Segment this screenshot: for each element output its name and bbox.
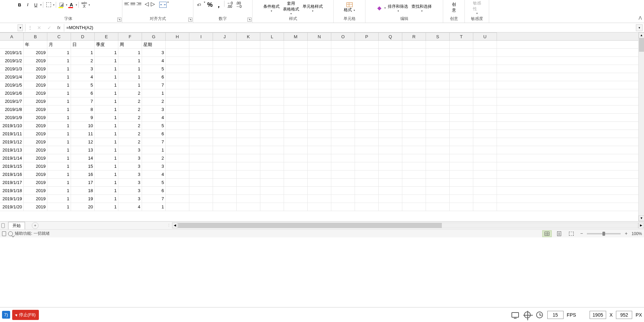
cell[interactable]: 2019 (24, 195, 47, 203)
cell[interactable] (189, 89, 213, 97)
cell[interactable]: 1 (95, 187, 118, 194)
cell[interactable] (426, 195, 450, 203)
cell[interactable]: 3 (71, 65, 95, 73)
cell[interactable] (260, 146, 284, 154)
cell[interactable] (355, 106, 379, 113)
cell[interactable] (213, 89, 237, 97)
cell[interactable] (213, 73, 237, 81)
column-header-N[interactable]: N (308, 32, 331, 40)
cell[interactable] (379, 187, 402, 194)
cell[interactable] (260, 130, 284, 138)
cell[interactable]: 4 (71, 73, 95, 81)
cell[interactable] (213, 154, 237, 162)
cell[interactable]: 2019 (24, 203, 47, 211)
cell[interactable] (402, 122, 426, 130)
cell[interactable]: 14 (71, 154, 95, 162)
hscroll-grip-icon[interactable]: ⋮ (167, 223, 171, 228)
cell[interactable]: 6 (142, 130, 166, 138)
cell[interactable]: 2 (118, 130, 142, 138)
cell[interactable] (473, 89, 497, 97)
cell[interactable] (260, 114, 284, 121)
sheet-tab-active[interactable]: 开始 (8, 222, 25, 229)
cell[interactable]: 2019 (24, 130, 47, 138)
column-header-I[interactable]: I (189, 32, 213, 40)
cell[interactable] (284, 97, 308, 105)
cell[interactable] (331, 122, 355, 130)
cell[interactable]: 2019 (24, 179, 47, 186)
cell[interactable] (189, 97, 213, 105)
cell[interactable]: 7 (142, 195, 166, 203)
cell[interactable]: 2019/1/4 (0, 73, 24, 81)
cell[interactable]: 7 (71, 97, 95, 105)
accounting-format-button[interactable]: 🏷 (195, 1, 203, 9)
cell[interactable] (237, 97, 260, 105)
cell[interactable] (331, 81, 355, 89)
cell[interactable] (284, 49, 308, 56)
comma-button[interactable]: ， (215, 1, 223, 9)
cell[interactable] (355, 57, 379, 65)
cell[interactable] (379, 114, 402, 121)
add-sheet-button[interactable]: + (32, 222, 39, 229)
cell[interactable] (355, 73, 379, 81)
cell[interactable]: 3 (118, 179, 142, 186)
cell[interactable] (284, 162, 308, 170)
cell[interactable]: 1 (95, 130, 118, 138)
fx-label[interactable]: fx (54, 25, 63, 30)
cell[interactable]: 1 (47, 203, 71, 211)
cell[interactable]: 4 (142, 170, 166, 178)
cell[interactable] (426, 187, 450, 194)
cell[interactable] (284, 73, 308, 81)
merge-cells-button[interactable] (159, 1, 167, 9)
cell[interactable]: 1 (95, 146, 118, 154)
cell[interactable] (189, 49, 213, 56)
cell[interactable] (213, 138, 237, 146)
cell[interactable] (450, 154, 473, 162)
font-color-dropdown-icon[interactable]: ▾ (76, 3, 77, 6)
cell[interactable] (331, 154, 355, 162)
cell[interactable] (355, 203, 379, 211)
record-f7-button[interactable]: 7) (2, 311, 10, 319)
cell[interactable] (331, 41, 355, 48)
cell[interactable]: 1 (142, 146, 166, 154)
cell[interactable] (402, 57, 426, 65)
cell[interactable] (450, 49, 473, 56)
cell[interactable]: 7 (142, 81, 166, 89)
cell[interactable] (260, 162, 284, 170)
cell[interactable]: 2019 (24, 97, 47, 105)
cell[interactable] (402, 97, 426, 105)
cell[interactable] (450, 203, 473, 211)
cell[interactable] (473, 179, 497, 186)
cell[interactable] (473, 81, 497, 89)
cancel-formula-button[interactable]: ✕ (34, 24, 44, 32)
cell[interactable]: 1 (47, 179, 71, 186)
column-header-T[interactable]: T (450, 32, 473, 40)
font-launcher-icon[interactable]: ⬊ (117, 18, 121, 22)
column-header-S[interactable]: S (426, 32, 450, 40)
cell[interactable] (213, 203, 237, 211)
cell[interactable] (284, 65, 308, 73)
column-header-L[interactable]: L (260, 32, 284, 40)
cell[interactable] (308, 89, 331, 97)
cell[interactable] (260, 81, 284, 89)
cell[interactable] (189, 162, 213, 170)
cell[interactable] (284, 130, 308, 138)
formula-bar-grip-icon[interactable]: ⋮ (26, 25, 34, 30)
cell[interactable]: 1 (47, 89, 71, 97)
cell[interactable] (308, 65, 331, 73)
cell[interactable] (260, 49, 284, 56)
cell[interactable]: 2019 (24, 154, 47, 162)
cell[interactable] (189, 195, 213, 203)
cell[interactable] (284, 146, 308, 154)
cell[interactable] (379, 203, 402, 211)
cell[interactable] (426, 179, 450, 186)
cell[interactable] (331, 49, 355, 56)
cell[interactable]: 1 (95, 81, 118, 89)
cell[interactable]: 8 (71, 106, 95, 113)
conditional-format-button[interactable]: 条件格式 ▾ (262, 1, 281, 15)
confirm-formula-button[interactable]: ✓ (44, 24, 54, 32)
cell[interactable] (331, 114, 355, 121)
cell[interactable] (189, 114, 213, 121)
border-button[interactable] (45, 1, 53, 9)
bold-button[interactable]: B (16, 1, 24, 9)
hscroll-thumb[interactable] (178, 223, 442, 228)
